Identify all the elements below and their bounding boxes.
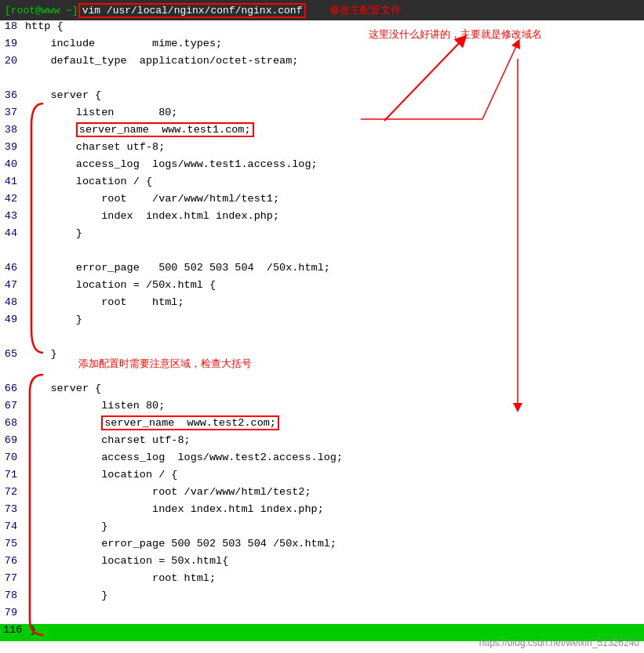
code-line: 20 default_type application/octet-stream… [0,55,644,72]
line-number: 78 [0,590,24,601]
code-line: 68 server_name www.test2.com; [0,417,644,434]
line-number: 70 [0,452,24,463]
code-line: 37 listen 80; [0,107,644,124]
code-line: 18http { [0,20,644,38]
line-number: 39 [0,141,24,153]
line-number: 74 [0,521,24,532]
line-content: http { [24,20,644,32]
vim-command: vim /usr/local/nginx/conf/nginx.conf [78,3,307,18]
line-content: location = 50x.html{ [24,555,644,567]
line-content: root /var/www/html/test1; [24,193,644,205]
line-content: include mime.types; [24,38,644,49]
line-content: charset utf-8; [24,141,644,153]
code-line: 69 charset utf-8; [0,434,644,452]
line-number: 43 [0,210,24,222]
code-line: 78 } [0,590,644,607]
line-number: 67 [0,400,24,412]
line-number: 36 [0,89,24,101]
code-line: 49 } [0,314,644,331]
code-line: 75 error_page 500 502 503 504 /50x.html; [0,538,644,555]
line-number: 47 [0,279,24,291]
line-number: 37 [0,107,24,118]
code-line: 67 listen 80; [0,400,644,417]
line-number: 76 [0,555,24,567]
line-content: location / { [24,176,644,187]
code-line: 39 charset utf-8; [0,141,644,158]
line-number: 41 [0,176,24,187]
line-number: 49 [0,314,24,325]
command-bar: [root@www ~] vim /usr/local/nginx/conf/n… [0,0,644,20]
line-content: server { [24,383,644,394]
line-content: server { [24,89,644,101]
code-line [0,365,644,383]
terminal-window: [root@www ~] vim /usr/local/nginx/conf/n… [0,0,644,653]
code-line: 73 index index.html index.php; [0,503,644,521]
line-content: } [24,590,644,601]
line-content: server_name www.test1.com; [24,124,644,136]
line-number: 19 [0,38,24,49]
line-number: 38 [0,124,24,136]
code-line: 40 access_log logs/www.test1.access.log; [0,158,644,176]
code-line: 41 location / { [0,176,644,193]
line-content: location / { [24,469,644,481]
line-number: 71 [0,469,24,481]
line-content: listen 80; [24,107,644,118]
code-line: 70 access_log logs/www.test2.access.log; [0,452,644,469]
line-content: error_page 500 502 503 504 /50x.html; [24,262,644,274]
server-name-box: server_name www.test1.com; [76,122,254,137]
code-line: 76 location = 50x.html{ [0,555,644,572]
code-line: 36 server { [0,89,644,107]
code-line: 46 error_page 500 502 503 504 /50x.html; [0,262,644,279]
code-line: 47 location = /50x.html { [0,279,644,296]
code-line: 42 root /var/www/html/test1; [0,193,644,210]
line-content: access_log logs/www.test2.access.log; [24,452,644,463]
line-number: 77 [0,572,24,584]
code-line [0,245,644,262]
prompt-label: [root@www ~] [5,5,78,16]
code-line: 71 location / { [0,469,644,486]
code-line: 19 include mime.types; [0,38,644,55]
line-number: 46 [0,262,24,274]
line-content: } [24,521,644,532]
line-number: 79 [0,607,24,619]
code-line: 48 root html; [0,296,644,314]
line-content: root html; [24,572,644,584]
code-line: 79 [0,607,644,624]
line-content: } [24,227,644,239]
server-name-box: server_name www.test2.com; [101,415,279,430]
line-content: charset utf-8; [24,434,644,446]
code-line: 43 index index.html index.php; [0,210,644,227]
line-number: 40 [0,158,24,170]
cmd-annotation: 修改主配置文件 [329,3,401,17]
line-number: 73 [0,503,24,515]
line-content: default_type application/octet-stream; [24,55,644,67]
code-line: 77 root html; [0,572,644,590]
line-number: 18 [0,20,24,32]
line-number: 65 [0,348,24,360]
line-number: 42 [0,193,24,205]
line-number: 66 [0,383,24,394]
line-content: location = /50x.html { [24,279,644,291]
line-number: 68 [0,417,24,429]
code-line [0,331,644,348]
watermark: https://blog.csdn.net/weixin_51326240 [479,637,639,648]
line-content: root html; [24,296,644,308]
code-line: 44 } [0,227,644,245]
line-number: 72 [0,486,24,498]
line-content: } [24,348,644,360]
line-content: error_page 500 502 503 504 /50x.html; [24,538,644,550]
code-area: 18http {19 include mime.types;20 default… [0,20,644,641]
code-line: 66 server { [0,383,644,400]
line-content: root /var/www/html/test2; [24,486,644,498]
line-number: 44 [0,227,24,239]
line-content: index index.html index.php; [24,210,644,222]
code-line: 65 } [0,348,644,365]
line-number: 69 [0,434,24,446]
line-content: server_name www.test2.com; [24,417,644,429]
line-content: listen 80; [24,400,644,412]
line-number: 116 [0,624,28,636]
line-content: index index.html index.php; [24,503,644,515]
line-content: } [24,314,644,325]
line-number: 48 [0,296,24,308]
line-number: 20 [0,55,24,67]
